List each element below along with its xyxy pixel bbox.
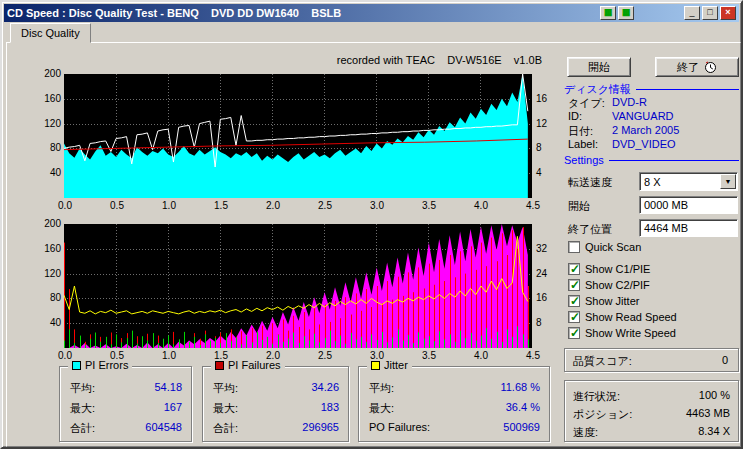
- tick-label: 160: [38, 243, 61, 254]
- disc-info-header: ディスク情報: [564, 82, 739, 97]
- disc-label-label: Label:: [568, 138, 598, 150]
- start-button[interactable]: 開始: [567, 57, 631, 77]
- titlebar[interactable]: CD Speed : Disc Quality Test - BENQ DVD …: [4, 4, 739, 22]
- titlebar-spacer: [636, 13, 682, 14]
- jitter-box: Jitter 平均:11.68 % 最大:36.4 % PO Failures:…: [358, 366, 550, 442]
- stat-value: 183: [321, 401, 339, 416]
- stat-row: 平均:34.26: [213, 381, 339, 396]
- graph-icon-2[interactable]: ▦: [618, 6, 634, 20]
- stat-row: 合計:604548: [70, 421, 182, 436]
- speed-row: 速度:8.34 X: [573, 425, 730, 440]
- tick-label: 2.5: [315, 200, 335, 211]
- checkbox-quick-scan[interactable]: Quick Scan: [568, 241, 641, 253]
- tick-label: 3.0: [367, 200, 387, 211]
- start-position-input[interactable]: 0000 MB: [639, 196, 738, 214]
- stat-label: PO Failures:: [369, 421, 430, 433]
- progress-row: 進行状況:100 %: [573, 389, 730, 404]
- checkbox-label: Show Read Speed: [585, 311, 677, 323]
- close-icon[interactable]: ×: [720, 6, 736, 20]
- checkbox-show-write-speed[interactable]: Show Write Speed: [568, 327, 676, 339]
- pi-errors-legend: PI Errors: [68, 359, 132, 371]
- settings-title: Settings: [564, 154, 604, 166]
- checkbox-show-read-speed[interactable]: Show Read Speed: [568, 311, 677, 323]
- tick-label: 120: [38, 118, 61, 129]
- tick-label: 4.5: [523, 350, 543, 361]
- jitter-title: Jitter: [384, 359, 408, 371]
- exit-label: 終了: [677, 60, 699, 75]
- stat-value: 500969: [503, 421, 540, 433]
- disc-id-value: VANGUARD: [612, 110, 674, 122]
- disc-type-value: DVD-R: [612, 96, 647, 108]
- tick-label: 2.0: [263, 200, 283, 211]
- tick-label: 24: [536, 268, 547, 279]
- checkbox-box[interactable]: [568, 263, 580, 275]
- chart-plot: [64, 74, 532, 198]
- chart-canvas: [64, 224, 532, 348]
- checkbox-label: Quick Scan: [585, 241, 641, 253]
- pi-failures-legend: PI Failures: [211, 359, 285, 371]
- tick-label: 4.0: [471, 200, 491, 211]
- start-pos-label: 開始: [568, 200, 590, 212]
- checkbox-show-jitter[interactable]: Show Jitter: [568, 295, 639, 307]
- stat-row: 合計:296965: [213, 421, 339, 436]
- tick-label: 120: [38, 268, 61, 279]
- titlebar-buttons: ▦ ▦ _ □ ×: [600, 6, 736, 20]
- exit-button[interactable]: 終了: [655, 57, 739, 77]
- tick-label: 1.0: [159, 200, 179, 211]
- tick-label: 2.5: [315, 350, 335, 361]
- checkbox-box[interactable]: [568, 311, 580, 323]
- stat-value: 296965: [302, 421, 339, 436]
- tab-disc-quality[interactable]: Disc Quality: [10, 23, 91, 43]
- checkbox-box[interactable]: [568, 327, 580, 339]
- disc-id-row: ID:VANGUARD: [568, 110, 739, 122]
- quality-score-label: 品質スコア:: [573, 354, 632, 369]
- speed-selected-value: 8 X: [644, 176, 661, 188]
- stat-label: 平均:: [369, 381, 394, 396]
- checkbox-box[interactable]: [568, 295, 580, 307]
- tick-label: 200: [38, 68, 61, 79]
- tick-label: 80: [38, 142, 61, 153]
- stat-label: 合計:: [213, 421, 238, 436]
- stat-row: PO Failures:500969: [369, 421, 540, 433]
- checkbox-show-c1-pie[interactable]: Show C1/PIE: [568, 263, 650, 275]
- divider: [609, 160, 739, 161]
- tick-label: 40: [38, 317, 61, 328]
- tick-label: 0.5: [107, 200, 127, 211]
- window-title: CD Speed : Disc Quality Test - BENQ DVD …: [7, 7, 341, 19]
- speed-select[interactable]: 8 X ▼: [639, 172, 738, 191]
- tick-label: 1.0: [159, 350, 179, 361]
- tick-label: 8: [536, 317, 542, 328]
- quality-chart-bottom: 200160120804032241680.00.51.01.52.02.53.…: [38, 224, 558, 364]
- end-position-input[interactable]: 4464 MB: [639, 219, 738, 237]
- stat-value: 604548: [145, 421, 182, 436]
- disc-date-row: 日付:2 March 2005: [568, 124, 739, 139]
- disc-date-value: 2 March 2005: [612, 124, 679, 136]
- pi-errors-title: PI Errors: [85, 359, 128, 371]
- stat-value: 54.18: [154, 381, 182, 396]
- checkbox-box[interactable]: [568, 241, 580, 253]
- position-label: ポジション:: [573, 407, 632, 422]
- checkbox-label: Show Jitter: [585, 295, 639, 307]
- chevron-down-icon[interactable]: ▼: [720, 174, 736, 189]
- pi-failures-title: PI Failures: [228, 359, 281, 371]
- minimize-button[interactable]: _: [684, 6, 700, 20]
- pi-errors-box: PI Errors 平均:54.18 最大:167 合計:604548: [59, 366, 192, 442]
- tick-label: 16: [536, 292, 547, 303]
- checkbox-show-c2-pif[interactable]: Show C2/PIF: [568, 279, 650, 291]
- graph-icon-1[interactable]: ▦: [600, 6, 616, 20]
- status-panel: 進行状況:100 % ポジション:4463 MB 速度:8.34 X: [564, 380, 739, 442]
- jitter-swatch-icon: [371, 361, 380, 370]
- jitter-legend: Jitter: [367, 359, 412, 371]
- tick-label: 4.0: [471, 350, 491, 361]
- tick-label: 160: [38, 93, 61, 104]
- tick-label: 16: [536, 93, 547, 104]
- chart-canvas: [64, 74, 532, 198]
- pi-errors-swatch-icon: [72, 361, 81, 370]
- position-value: 4463 MB: [686, 407, 730, 422]
- checkbox-label: Show C2/PIF: [585, 279, 650, 291]
- checkbox-box[interactable]: [568, 279, 580, 291]
- quality-score-box: 品質スコア: 0: [564, 348, 739, 372]
- checkbox-label: Show C1/PIE: [585, 263, 650, 275]
- maximize-button[interactable]: □: [702, 6, 718, 20]
- stat-label: 最大:: [369, 401, 394, 416]
